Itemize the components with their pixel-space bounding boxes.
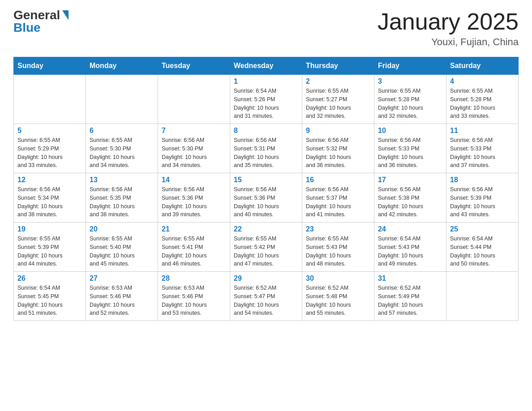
calendar-cell: 12Sunrise: 6:56 AM Sunset: 5:34 PM Dayli… xyxy=(14,173,86,223)
calendar-week-4: 19Sunrise: 6:55 AM Sunset: 5:39 PM Dayli… xyxy=(14,223,519,272)
day-info: Sunrise: 6:56 AM Sunset: 5:34 PM Dayligh… xyxy=(17,185,82,219)
calendar-cell: 3Sunrise: 6:55 AM Sunset: 5:28 PM Daylig… xyxy=(374,75,446,124)
day-info: Sunrise: 6:53 AM Sunset: 5:46 PM Dayligh… xyxy=(162,284,226,317)
calendar-header-tuesday: Tuesday xyxy=(158,57,230,75)
calendar-cell: 27Sunrise: 6:53 AM Sunset: 5:46 PM Dayli… xyxy=(86,272,158,321)
logo-general-text: General xyxy=(13,9,60,21)
day-number: 9 xyxy=(306,127,370,135)
day-info: Sunrise: 6:54 AM Sunset: 5:44 PM Dayligh… xyxy=(450,235,515,268)
calendar-cell xyxy=(86,75,158,124)
day-number: 2 xyxy=(306,77,370,86)
title-block: January 2025 Youxi, Fujian, China xyxy=(378,9,519,48)
calendar-week-3: 12Sunrise: 6:56 AM Sunset: 5:34 PM Dayli… xyxy=(14,173,519,223)
day-number: 27 xyxy=(90,274,154,283)
calendar-cell xyxy=(158,75,230,124)
day-number: 12 xyxy=(17,176,82,184)
calendar-header-friday: Friday xyxy=(374,57,446,75)
day-number: 26 xyxy=(17,274,82,283)
calendar-cell: 8Sunrise: 6:56 AM Sunset: 5:31 PM Daylig… xyxy=(230,124,302,173)
day-info: Sunrise: 6:55 AM Sunset: 5:42 PM Dayligh… xyxy=(234,235,298,268)
calendar-cell xyxy=(446,272,519,321)
day-number: 28 xyxy=(162,274,226,283)
logo-blue-text: Blue xyxy=(13,21,41,34)
day-number: 30 xyxy=(306,274,370,283)
page-header: General Blue January 2025 Youxi, Fujian,… xyxy=(13,9,519,48)
calendar-cell xyxy=(14,75,86,124)
day-info: Sunrise: 6:55 AM Sunset: 5:39 PM Dayligh… xyxy=(17,235,82,268)
calendar-cell: 18Sunrise: 6:56 AM Sunset: 5:39 PM Dayli… xyxy=(446,173,519,223)
day-number: 7 xyxy=(162,127,226,135)
day-number: 6 xyxy=(90,127,154,135)
calendar-cell: 15Sunrise: 6:56 AM Sunset: 5:36 PM Dayli… xyxy=(230,173,302,223)
day-info: Sunrise: 6:56 AM Sunset: 5:33 PM Dayligh… xyxy=(450,136,515,170)
calendar-cell: 6Sunrise: 6:55 AM Sunset: 5:30 PM Daylig… xyxy=(86,124,158,173)
calendar-cell: 4Sunrise: 6:55 AM Sunset: 5:28 PM Daylig… xyxy=(446,75,519,124)
day-number: 5 xyxy=(17,127,82,135)
calendar-header-saturday: Saturday xyxy=(446,57,519,75)
calendar-week-5: 26Sunrise: 6:54 AM Sunset: 5:45 PM Dayli… xyxy=(14,272,519,321)
day-info: Sunrise: 6:52 AM Sunset: 5:47 PM Dayligh… xyxy=(234,284,298,317)
calendar-cell: 13Sunrise: 6:56 AM Sunset: 5:35 PM Dayli… xyxy=(86,173,158,223)
calendar-cell: 28Sunrise: 6:53 AM Sunset: 5:46 PM Dayli… xyxy=(158,272,230,321)
day-number: 29 xyxy=(234,274,298,283)
day-info: Sunrise: 6:56 AM Sunset: 5:37 PM Dayligh… xyxy=(306,185,370,219)
day-number: 18 xyxy=(450,176,515,184)
calendar-cell: 11Sunrise: 6:56 AM Sunset: 5:33 PM Dayli… xyxy=(446,124,519,173)
day-info: Sunrise: 6:54 AM Sunset: 5:43 PM Dayligh… xyxy=(378,235,442,268)
day-info: Sunrise: 6:56 AM Sunset: 5:32 PM Dayligh… xyxy=(306,136,370,170)
day-info: Sunrise: 6:53 AM Sunset: 5:46 PM Dayligh… xyxy=(90,284,154,317)
calendar-cell: 29Sunrise: 6:52 AM Sunset: 5:47 PM Dayli… xyxy=(230,272,302,321)
day-number: 31 xyxy=(378,274,442,283)
calendar-cell: 22Sunrise: 6:55 AM Sunset: 5:42 PM Dayli… xyxy=(230,223,302,272)
logo-triangle-icon xyxy=(62,10,69,20)
day-number: 19 xyxy=(17,225,82,233)
calendar-cell: 17Sunrise: 6:56 AM Sunset: 5:38 PM Dayli… xyxy=(374,173,446,223)
calendar-week-1: 1Sunrise: 6:54 AM Sunset: 5:26 PM Daylig… xyxy=(14,75,519,124)
day-info: Sunrise: 6:55 AM Sunset: 5:43 PM Dayligh… xyxy=(306,235,370,268)
day-number: 22 xyxy=(234,225,298,233)
day-number: 8 xyxy=(234,127,298,135)
calendar-cell: 10Sunrise: 6:56 AM Sunset: 5:33 PM Dayli… xyxy=(374,124,446,173)
day-info: Sunrise: 6:55 AM Sunset: 5:27 PM Dayligh… xyxy=(306,87,370,120)
day-number: 4 xyxy=(450,77,515,86)
day-info: Sunrise: 6:52 AM Sunset: 5:48 PM Dayligh… xyxy=(306,284,370,317)
day-number: 25 xyxy=(450,225,515,233)
calendar-header-monday: Monday xyxy=(86,57,158,75)
day-number: 3 xyxy=(378,77,442,86)
day-number: 21 xyxy=(162,225,226,233)
day-info: Sunrise: 6:56 AM Sunset: 5:33 PM Dayligh… xyxy=(378,136,442,170)
calendar-cell: 9Sunrise: 6:56 AM Sunset: 5:32 PM Daylig… xyxy=(302,124,374,173)
calendar-cell: 5Sunrise: 6:55 AM Sunset: 5:29 PM Daylig… xyxy=(14,124,86,173)
day-number: 16 xyxy=(306,176,370,184)
day-info: Sunrise: 6:56 AM Sunset: 5:36 PM Dayligh… xyxy=(162,185,226,219)
day-info: Sunrise: 6:56 AM Sunset: 5:35 PM Dayligh… xyxy=(90,185,154,219)
calendar-cell: 16Sunrise: 6:56 AM Sunset: 5:37 PM Dayli… xyxy=(302,173,374,223)
calendar-header-row: SundayMondayTuesdayWednesdayThursdayFrid… xyxy=(14,57,519,75)
day-info: Sunrise: 6:54 AM Sunset: 5:45 PM Dayligh… xyxy=(17,284,82,317)
day-info: Sunrise: 6:55 AM Sunset: 5:29 PM Dayligh… xyxy=(17,136,82,170)
day-info: Sunrise: 6:56 AM Sunset: 5:39 PM Dayligh… xyxy=(450,185,515,219)
day-info: Sunrise: 6:55 AM Sunset: 5:28 PM Dayligh… xyxy=(450,87,515,120)
calendar-cell: 1Sunrise: 6:54 AM Sunset: 5:26 PM Daylig… xyxy=(230,75,302,124)
calendar-cell: 7Sunrise: 6:56 AM Sunset: 5:30 PM Daylig… xyxy=(158,124,230,173)
calendar-week-2: 5Sunrise: 6:55 AM Sunset: 5:29 PM Daylig… xyxy=(14,124,519,173)
day-info: Sunrise: 6:54 AM Sunset: 5:26 PM Dayligh… xyxy=(234,87,298,120)
day-info: Sunrise: 6:56 AM Sunset: 5:31 PM Dayligh… xyxy=(234,136,298,170)
day-info: Sunrise: 6:56 AM Sunset: 5:38 PM Dayligh… xyxy=(378,185,442,219)
day-info: Sunrise: 6:52 AM Sunset: 5:49 PM Dayligh… xyxy=(378,284,442,317)
day-info: Sunrise: 6:55 AM Sunset: 5:40 PM Dayligh… xyxy=(90,235,154,268)
calendar-cell: 25Sunrise: 6:54 AM Sunset: 5:44 PM Dayli… xyxy=(446,223,519,272)
calendar-cell: 30Sunrise: 6:52 AM Sunset: 5:48 PM Dayli… xyxy=(302,272,374,321)
calendar-cell: 14Sunrise: 6:56 AM Sunset: 5:36 PM Dayli… xyxy=(158,173,230,223)
day-number: 11 xyxy=(450,127,515,135)
day-info: Sunrise: 6:55 AM Sunset: 5:41 PM Dayligh… xyxy=(162,235,226,268)
calendar-cell: 31Sunrise: 6:52 AM Sunset: 5:49 PM Dayli… xyxy=(374,272,446,321)
day-number: 20 xyxy=(90,225,154,233)
logo: General Blue xyxy=(13,9,69,34)
day-info: Sunrise: 6:55 AM Sunset: 5:28 PM Dayligh… xyxy=(378,87,442,120)
calendar-table: SundayMondayTuesdayWednesdayThursdayFrid… xyxy=(13,57,519,321)
day-info: Sunrise: 6:56 AM Sunset: 5:36 PM Dayligh… xyxy=(234,185,298,219)
calendar-header-wednesday: Wednesday xyxy=(230,57,302,75)
day-number: 10 xyxy=(378,127,442,135)
calendar-cell: 23Sunrise: 6:55 AM Sunset: 5:43 PM Dayli… xyxy=(302,223,374,272)
